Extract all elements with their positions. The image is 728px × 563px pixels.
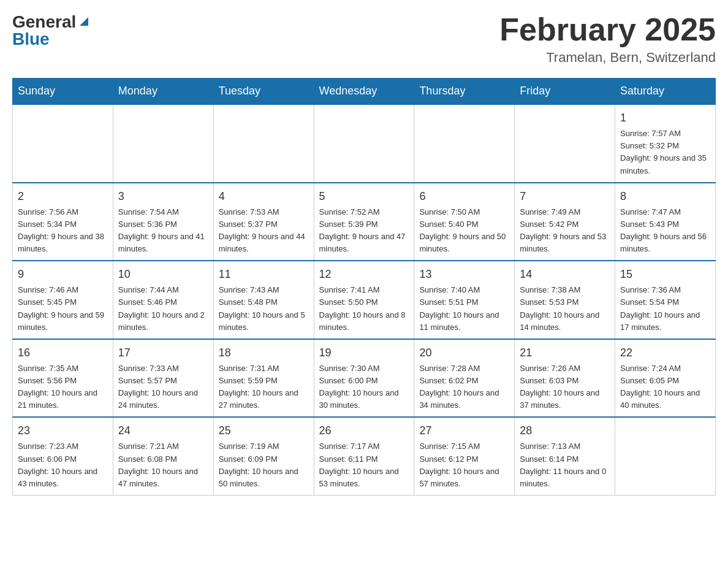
day-number: 20 xyxy=(419,345,509,361)
day-info: Sunrise: 7:54 AM Sunset: 5:36 PM Dayligh… xyxy=(118,206,208,256)
day-number: 26 xyxy=(319,423,409,439)
day-info: Sunrise: 7:21 AM Sunset: 6:08 PM Dayligh… xyxy=(118,440,208,490)
day-info: Sunrise: 7:30 AM Sunset: 6:00 PM Dayligh… xyxy=(319,362,409,412)
calendar-day: 16Sunrise: 7:35 AM Sunset: 5:56 PM Dayli… xyxy=(13,339,113,418)
day-info: Sunrise: 7:43 AM Sunset: 5:48 PM Dayligh… xyxy=(219,284,309,334)
calendar-day xyxy=(113,104,213,183)
day-number: 16 xyxy=(18,345,108,361)
month-title: February 2025 xyxy=(499,12,716,47)
day-header-monday: Monday xyxy=(113,79,213,105)
day-info: Sunrise: 7:28 AM Sunset: 6:02 PM Dayligh… xyxy=(419,362,509,412)
calendar-day: 22Sunrise: 7:24 AM Sunset: 6:05 PM Dayli… xyxy=(615,339,716,418)
calendar-day: 15Sunrise: 7:36 AM Sunset: 5:54 PM Dayli… xyxy=(615,261,716,339)
day-header-thursday: Thursday xyxy=(414,79,515,105)
calendar-week-3: 9Sunrise: 7:46 AM Sunset: 5:45 PM Daylig… xyxy=(13,261,716,339)
day-header-friday: Friday xyxy=(515,79,615,105)
day-info: Sunrise: 7:40 AM Sunset: 5:51 PM Dayligh… xyxy=(419,284,509,334)
day-number: 1 xyxy=(620,110,710,126)
day-info: Sunrise: 7:26 AM Sunset: 6:03 PM Dayligh… xyxy=(520,362,610,412)
day-info: Sunrise: 7:19 AM Sunset: 6:09 PM Dayligh… xyxy=(219,440,309,490)
calendar-day: 28Sunrise: 7:13 AM Sunset: 6:14 PM Dayli… xyxy=(515,417,615,495)
day-number: 23 xyxy=(18,423,108,439)
day-number: 19 xyxy=(319,345,409,361)
calendar-day: 4Sunrise: 7:53 AM Sunset: 5:37 PM Daylig… xyxy=(213,183,314,261)
calendar-day: 9Sunrise: 7:46 AM Sunset: 5:45 PM Daylig… xyxy=(13,261,113,339)
day-number: 2 xyxy=(18,188,108,205)
calendar-day: 5Sunrise: 7:52 AM Sunset: 5:39 PM Daylig… xyxy=(314,183,414,261)
day-number: 4 xyxy=(219,188,309,205)
calendar-day: 1Sunrise: 7:57 AM Sunset: 5:32 PM Daylig… xyxy=(615,104,716,183)
day-header-tuesday: Tuesday xyxy=(213,79,314,105)
day-info: Sunrise: 7:49 AM Sunset: 5:42 PM Dayligh… xyxy=(520,206,610,256)
day-info: Sunrise: 7:23 AM Sunset: 6:06 PM Dayligh… xyxy=(18,440,108,490)
calendar-day: 18Sunrise: 7:31 AM Sunset: 5:59 PM Dayli… xyxy=(213,339,314,418)
calendar-day: 12Sunrise: 7:41 AM Sunset: 5:50 PM Dayli… xyxy=(314,261,414,339)
day-info: Sunrise: 7:17 AM Sunset: 6:11 PM Dayligh… xyxy=(319,440,409,490)
day-number: 14 xyxy=(520,266,610,283)
calendar-week-2: 2Sunrise: 7:56 AM Sunset: 5:34 PM Daylig… xyxy=(13,183,716,261)
calendar-day: 14Sunrise: 7:38 AM Sunset: 5:53 PM Dayli… xyxy=(515,261,615,339)
calendar-week-4: 16Sunrise: 7:35 AM Sunset: 5:56 PM Dayli… xyxy=(13,339,716,418)
day-number: 21 xyxy=(520,345,610,361)
day-number: 18 xyxy=(219,345,309,361)
day-info: Sunrise: 7:56 AM Sunset: 5:34 PM Dayligh… xyxy=(18,206,108,256)
calendar-day xyxy=(515,104,615,183)
calendar-header-row: SundayMondayTuesdayWednesdayThursdayFrid… xyxy=(13,79,716,105)
day-info: Sunrise: 7:57 AM Sunset: 5:32 PM Dayligh… xyxy=(620,128,710,177)
day-number: 17 xyxy=(118,345,208,361)
day-info: Sunrise: 7:53 AM Sunset: 5:37 PM Dayligh… xyxy=(219,206,309,256)
location: Tramelan, Bern, Switzerland xyxy=(499,50,716,66)
logo: General Blue xyxy=(12,12,91,49)
day-info: Sunrise: 7:13 AM Sunset: 6:14 PM Dayligh… xyxy=(520,440,610,490)
day-number: 25 xyxy=(219,423,309,439)
calendar-day: 24Sunrise: 7:21 AM Sunset: 6:08 PM Dayli… xyxy=(113,417,213,495)
day-info: Sunrise: 7:44 AM Sunset: 5:46 PM Dayligh… xyxy=(118,284,208,334)
calendar-day: 13Sunrise: 7:40 AM Sunset: 5:51 PM Dayli… xyxy=(414,261,515,339)
day-number: 22 xyxy=(620,345,710,361)
day-number: 9 xyxy=(18,266,108,283)
day-info: Sunrise: 7:47 AM Sunset: 5:43 PM Dayligh… xyxy=(620,206,710,256)
calendar-day: 3Sunrise: 7:54 AM Sunset: 5:36 PM Daylig… xyxy=(113,183,213,261)
calendar-day xyxy=(414,104,515,183)
day-number: 6 xyxy=(419,188,509,205)
calendar-week-1: 1Sunrise: 7:57 AM Sunset: 5:32 PM Daylig… xyxy=(13,104,716,183)
calendar-day: 11Sunrise: 7:43 AM Sunset: 5:48 PM Dayli… xyxy=(213,261,314,339)
day-info: Sunrise: 7:41 AM Sunset: 5:50 PM Dayligh… xyxy=(319,284,409,334)
day-number: 28 xyxy=(520,423,610,439)
calendar-week-5: 23Sunrise: 7:23 AM Sunset: 6:06 PM Dayli… xyxy=(13,417,716,495)
day-info: Sunrise: 7:33 AM Sunset: 5:57 PM Dayligh… xyxy=(118,362,208,412)
day-number: 24 xyxy=(118,423,208,439)
calendar-day xyxy=(213,104,314,183)
calendar-day: 21Sunrise: 7:26 AM Sunset: 6:03 PM Dayli… xyxy=(515,339,615,418)
calendar-day: 19Sunrise: 7:30 AM Sunset: 6:00 PM Dayli… xyxy=(314,339,414,418)
day-info: Sunrise: 7:50 AM Sunset: 5:40 PM Dayligh… xyxy=(419,206,509,256)
svg-marker-0 xyxy=(80,17,88,26)
calendar-day: 10Sunrise: 7:44 AM Sunset: 5:46 PM Dayli… xyxy=(113,261,213,339)
day-info: Sunrise: 7:35 AM Sunset: 5:56 PM Dayligh… xyxy=(18,362,108,412)
calendar-table: SundayMondayTuesdayWednesdayThursdayFrid… xyxy=(12,78,716,496)
calendar-day xyxy=(13,104,113,183)
day-info: Sunrise: 7:31 AM Sunset: 5:59 PM Dayligh… xyxy=(219,362,309,412)
logo-blue-text: Blue xyxy=(12,29,50,49)
day-header-saturday: Saturday xyxy=(615,79,716,105)
logo-triangle-icon xyxy=(77,15,91,28)
day-number: 11 xyxy=(219,266,309,283)
calendar-day: 25Sunrise: 7:19 AM Sunset: 6:09 PM Dayli… xyxy=(213,417,314,495)
day-header-sunday: Sunday xyxy=(13,79,113,105)
day-info: Sunrise: 7:15 AM Sunset: 6:12 PM Dayligh… xyxy=(419,440,509,490)
calendar-day: 2Sunrise: 7:56 AM Sunset: 5:34 PM Daylig… xyxy=(13,183,113,261)
calendar-day: 6Sunrise: 7:50 AM Sunset: 5:40 PM Daylig… xyxy=(414,183,515,261)
calendar-day: 20Sunrise: 7:28 AM Sunset: 6:02 PM Dayli… xyxy=(414,339,515,418)
day-info: Sunrise: 7:46 AM Sunset: 5:45 PM Dayligh… xyxy=(18,284,108,334)
day-number: 5 xyxy=(319,188,409,205)
day-info: Sunrise: 7:52 AM Sunset: 5:39 PM Dayligh… xyxy=(319,206,409,256)
day-number: 7 xyxy=(520,188,610,205)
day-header-wednesday: Wednesday xyxy=(314,79,414,105)
page-header: General Blue February 2025 Tramelan, Ber… xyxy=(12,12,716,66)
day-number: 3 xyxy=(118,188,208,205)
day-info: Sunrise: 7:24 AM Sunset: 6:05 PM Dayligh… xyxy=(620,362,710,412)
day-number: 12 xyxy=(319,266,409,283)
day-number: 27 xyxy=(419,423,509,439)
day-number: 13 xyxy=(419,266,509,283)
calendar-day: 7Sunrise: 7:49 AM Sunset: 5:42 PM Daylig… xyxy=(515,183,615,261)
